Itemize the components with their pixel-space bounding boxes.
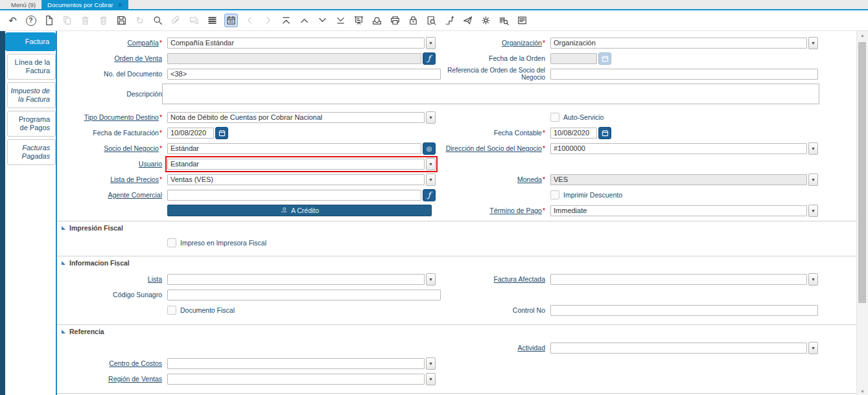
organizacion-input[interactable] — [550, 38, 807, 49]
codigo-sunagro-input[interactable] — [167, 289, 441, 300]
calendar-picker-button[interactable] — [598, 127, 611, 139]
save-record-icon[interactable] — [115, 14, 128, 27]
dropdown-button[interactable]: ▼ — [426, 373, 436, 385]
tab-documentos-por-cobrar[interactable]: Documentos por Cobrar ✕ — [41, 0, 128, 9]
a-credito-button[interactable]: A Crédito — [167, 205, 432, 216]
form-row: Fecha de Facturación Fecha Contable — [57, 125, 856, 141]
dropdown-button[interactable]: ▼ — [808, 142, 818, 155]
fecha-facturacion-input[interactable] — [167, 128, 214, 139]
dropdown-button[interactable]: ▼ — [426, 174, 436, 186]
auto-servicio-checkbox[interactable] — [550, 113, 559, 122]
workflow-icon[interactable] — [443, 14, 456, 27]
documento-fiscal-checkbox[interactable] — [167, 306, 176, 315]
dropdown-button[interactable]: ▼ — [808, 205, 818, 217]
label-termino-de-pago[interactable]: Término de Pago — [436, 207, 550, 214]
region-ventas-input[interactable] — [167, 374, 425, 385]
label-compania[interactable]: Compañía — [57, 39, 167, 47]
vertical-scrollbar[interactable]: ▲ ▼ — [856, 31, 868, 395]
section-referencia[interactable]: Referencia — [57, 324, 856, 337]
find-record-icon[interactable] — [152, 14, 164, 27]
sidebar-tab-facturas-pagadas[interactable]: Facturas Pagadas — [7, 139, 56, 165]
label-direccion-socio[interactable]: Dirección del Socio del Negocio — [436, 144, 550, 152]
lista-input[interactable] — [167, 274, 425, 285]
previous-record-icon[interactable] — [298, 14, 311, 27]
last-record-icon[interactable] — [334, 14, 347, 27]
label-lista[interactable]: Lista — [57, 275, 167, 283]
label-agente-comercial[interactable]: Agente Comercial — [57, 191, 167, 199]
next-record-icon[interactable] — [316, 14, 329, 27]
record-search-button[interactable]: ƒ — [423, 52, 436, 65]
report-icon[interactable] — [353, 14, 365, 27]
no-documento-input[interactable] — [167, 69, 441, 80]
request-icon[interactable] — [462, 14, 474, 27]
lista-precios-input[interactable] — [167, 174, 425, 185]
dropdown-button[interactable]: ▼ — [426, 158, 436, 170]
calendar-picker-button[interactable] — [215, 127, 228, 139]
tipo-documento-input[interactable] — [167, 112, 425, 123]
centro-costos-input[interactable] — [167, 358, 425, 369]
chevron-down-icon: ▼ — [428, 361, 433, 366]
undo-icon[interactable]: ↶ — [6, 14, 19, 27]
business-partner-button[interactable]: ◎ — [423, 142, 436, 155]
control-no-input[interactable] — [550, 305, 818, 316]
label-region-de-ventas[interactable]: Región de Ventas — [57, 375, 167, 383]
dropdown-button[interactable]: ▼ — [808, 342, 818, 354]
label-actividad[interactable]: Actividad — [436, 344, 550, 352]
impreso-impresora-checkbox[interactable] — [167, 238, 176, 247]
print-preview-icon[interactable] — [425, 14, 438, 27]
help-icon[interactable]: ? — [25, 14, 37, 27]
product-info-icon[interactable] — [498, 14, 510, 27]
sidebar-tab-linea-de-la-factura[interactable]: Línea de la Factura — [7, 54, 56, 80]
dropdown-button[interactable]: ▼ — [426, 273, 436, 286]
label-socio-del-negocio[interactable]: Socio del Negocio — [57, 144, 167, 152]
direccion-socio-input[interactable] — [550, 143, 807, 154]
factura-afectada-input[interactable] — [550, 274, 807, 285]
settings-icon[interactable] — [480, 14, 492, 27]
close-icon[interactable]: ✕ — [117, 2, 123, 8]
agente-comercial-input[interactable] — [167, 190, 421, 201]
termino-pago-input[interactable] — [550, 205, 807, 216]
scroll-down-icon[interactable]: ▼ — [857, 389, 868, 394]
actividad-input[interactable] — [550, 343, 807, 354]
calendar-icon[interactable]: 31 — [224, 14, 238, 27]
sidebar-tab-factura[interactable]: Factura — [5, 32, 56, 51]
record-search-button[interactable]: ƒ — [423, 189, 436, 201]
fecha-contable-input[interactable] — [550, 128, 597, 139]
label-moneda[interactable]: Moneda — [436, 175, 550, 183]
dropdown-button[interactable]: ▼ — [808, 273, 818, 286]
label-tipo-documento-destino[interactable]: Tipo Documento Destino — [57, 113, 167, 121]
scroll-up-icon[interactable]: ▲ — [857, 33, 868, 38]
label-orden-de-venta[interactable]: Orden de Venta — [57, 54, 167, 62]
section-impresion-fiscal[interactable]: Impresión Fiscal — [57, 221, 856, 234]
dropdown-button[interactable]: ▼ — [808, 174, 818, 186]
label-lista-de-precios[interactable]: Lista de Precios — [57, 175, 167, 183]
usuario-input[interactable] — [167, 159, 425, 170]
section-informacion-fiscal[interactable]: Informacion Fiscal — [57, 256, 856, 269]
first-record-icon[interactable] — [280, 14, 292, 27]
sidebar-tab-impuesto-de-la-factura[interactable]: Impuesto de la Factura — [7, 82, 56, 108]
label-centro-de-costos[interactable]: Centro de Costos — [57, 359, 167, 367]
scrollbar-thumb[interactable] — [858, 42, 866, 303]
toolbar: ↶?↻31 — [0, 10, 868, 31]
report-view-icon[interactable] — [516, 14, 528, 27]
referencia-orden-input[interactable] — [550, 69, 818, 80]
dropdown-button[interactable]: ▼ — [808, 37, 818, 49]
dropdown-button[interactable]: ▼ — [426, 37, 436, 49]
form-row: Compañía ▼ Organización ▼ — [57, 35, 856, 51]
descripcion-input[interactable] — [162, 84, 819, 104]
imprimir-descuento-checkbox[interactable] — [550, 190, 559, 199]
archive-icon[interactable] — [371, 14, 383, 27]
dropdown-button[interactable]: ▼ — [426, 111, 436, 124]
dropdown-button[interactable]: ▼ — [426, 357, 436, 370]
compania-input[interactable] — [167, 38, 425, 49]
tab-menu[interactable]: Menú (9) — [5, 0, 41, 9]
socio-negocio-input[interactable] — [167, 143, 421, 154]
lock-icon[interactable] — [407, 14, 419, 27]
label-factura-afectada[interactable]: Factura Afectada — [436, 275, 550, 283]
new-record-icon[interactable] — [43, 14, 55, 27]
label-organizacion[interactable]: Organización — [436, 39, 550, 47]
sidebar-tab-programa-de-pagos[interactable]: Programa de Pagos — [7, 111, 56, 137]
print-icon[interactable] — [389, 14, 401, 27]
label-usuario[interactable]: Usuario — [57, 160, 167, 168]
grid-toggle-icon[interactable] — [206, 14, 218, 27]
